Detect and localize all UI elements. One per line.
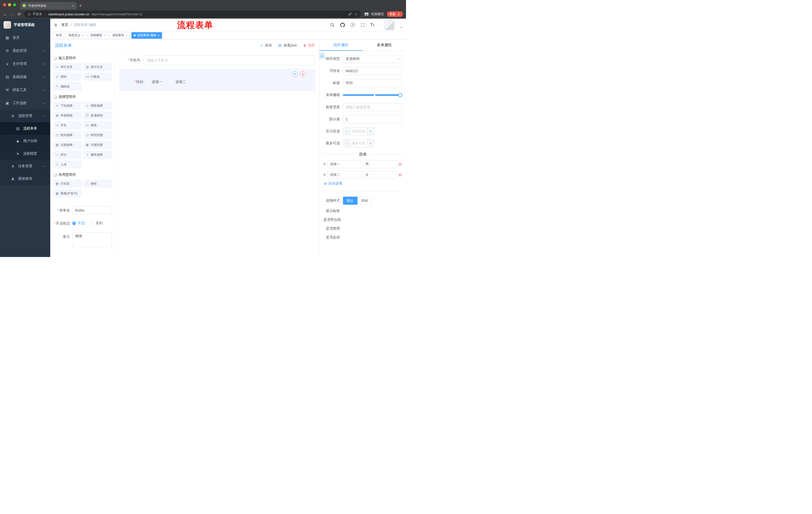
window-close-button[interactable]: [3, 3, 6, 6]
copy-component-button[interactable]: ⧉: [292, 72, 298, 77]
delete-component-button[interactable]: [300, 72, 306, 77]
window-zoom-button[interactable]: [13, 3, 16, 6]
clear-button[interactable]: 清空: [303, 43, 315, 48]
tag-home[interactable]: 首页: [53, 32, 64, 39]
hamburger-icon[interactable]: ≡: [54, 22, 57, 28]
sidebar-item-process-mgmt[interactable]: ≣ 流程管理: [0, 110, 50, 122]
style-button-button[interactable]: 按钮: [357, 197, 372, 205]
slider-track[interactable]: [343, 94, 401, 96]
forward-button[interactable]: →: [10, 12, 14, 16]
palette-item-single-text[interactable]: ▭单行文本: [53, 63, 82, 71]
status-radio-on[interactable]: 开启: [72, 221, 85, 225]
palette-item-select[interactable]: ▾下拉选择: [53, 102, 82, 110]
reload-button[interactable]: ⟳: [18, 12, 21, 16]
sidebar-item-infra[interactable]: ▤ 基础设施: [0, 71, 50, 83]
sidebar-item-process-form[interactable]: ▤ 流程表单: [0, 122, 50, 135]
tag-close-icon[interactable]: ×: [104, 34, 106, 37]
help-icon[interactable]: ?: [350, 23, 355, 27]
form-name-input[interactable]: [72, 206, 112, 214]
palette-item-button[interactable]: ☝按钮: [83, 180, 112, 188]
remove-option-icon[interactable]: ⊖: [399, 162, 402, 166]
palette-item-switch[interactable]: ⊶开关: [53, 121, 82, 129]
phone-input[interactable]: [143, 55, 315, 65]
option-2-value-input[interactable]: [363, 171, 397, 179]
breadcrumb-home[interactable]: 首页: [61, 23, 68, 27]
tag-process-model[interactable]: 流程模型 ×: [88, 32, 108, 39]
user-avatar[interactable]: [384, 20, 395, 30]
label-width-input[interactable]: [343, 103, 402, 111]
tab-close-icon[interactable]: ×: [72, 4, 74, 8]
palette-item-radio-group[interactable]: ◉单选框组: [53, 111, 82, 119]
tag-process-form-edit[interactable]: 流程表单-编辑 ×: [132, 32, 162, 39]
sidebar-item-process-model[interactable]: ➤ 流程模型: [0, 147, 50, 160]
status-radio-off[interactable]: 关闭: [90, 221, 103, 225]
component-type-select[interactable]: 多选框组 ▾: [343, 55, 402, 63]
field-name-input[interactable]: [343, 67, 402, 75]
back-button[interactable]: ←: [3, 12, 7, 16]
palette-item-counter[interactable]: 123计数器: [83, 73, 112, 81]
palette-item-upload[interactable]: ↥上传: [53, 160, 82, 168]
checkbox-icon[interactable]: [170, 80, 173, 84]
sidebar-item-leave-query[interactable]: ♟ 请假查询: [0, 172, 50, 185]
palette-item-password[interactable]: ⊙密码: [53, 73, 82, 81]
palette-item-slider[interactable]: ⊷滑块: [83, 121, 112, 129]
checkbox-icon[interactable]: [146, 80, 150, 84]
default-value-input[interactable]: [343, 115, 402, 123]
drag-handle-icon[interactable]: ≡: [323, 172, 326, 177]
palette-item-rate[interactable]: ☆评分: [53, 151, 82, 159]
github-icon[interactable]: [340, 23, 345, 27]
selected-component-gender[interactable]: ⧉ *性别 选项一 选项二: [119, 69, 315, 91]
palette-item-multi-text[interactable]: ▤多行文本: [83, 63, 112, 71]
min-select-input[interactable]: [350, 128, 367, 135]
palette-item-table[interactable]: ▦表格[开发中]: [53, 189, 82, 197]
tag-process-definition[interactable]: 流程定义 ×: [66, 32, 86, 39]
option-1-label-input[interactable]: [327, 160, 361, 168]
option-1-value-input[interactable]: [363, 160, 397, 168]
remove-option-icon[interactable]: ⊖: [399, 173, 402, 177]
window-minimize-button[interactable]: [8, 3, 11, 6]
view-json-button[interactable]: 查看json: [278, 43, 297, 48]
palette-item-time-range[interactable]: ◶时间范围: [83, 131, 112, 139]
sidebar-item-task-mgmt[interactable]: ⋔ 任务管理: [0, 160, 50, 172]
palette-item-editor[interactable]: ✎编辑器: [53, 82, 82, 90]
browser-tab[interactable]: 芋道管理系统 ×: [20, 2, 77, 9]
sidebar-item-devtools[interactable]: ⚒ 研发工具: [0, 83, 50, 97]
search-icon[interactable]: [330, 23, 335, 27]
increase-button[interactable]: +: [367, 128, 374, 135]
browser-menu-icon[interactable]: ⋮: [397, 12, 401, 16]
form-remark-textarea[interactable]: 嘿嘿: [72, 232, 112, 247]
sidebar-item-home[interactable]: ▦ 首页: [0, 31, 50, 44]
add-option-button[interactable]: ⊕ 添加选项: [324, 181, 402, 186]
drag-handle-icon[interactable]: ≡: [323, 162, 326, 166]
decrease-button[interactable]: −: [343, 140, 350, 147]
sidebar-item-payment[interactable]: ¥ 支付管理: [0, 57, 50, 71]
max-select-input[interactable]: [350, 140, 367, 147]
sidebar-item-system[interactable]: ⚙ 系统管理: [0, 44, 50, 57]
palette-item-color-picker[interactable]: ◑颜色选择: [83, 151, 112, 159]
slider-handle[interactable]: [398, 93, 402, 97]
tag-close-icon[interactable]: ×: [158, 34, 160, 37]
palette-item-cascader[interactable]: ⋎级联选择: [83, 102, 112, 110]
increase-button[interactable]: +: [367, 140, 374, 147]
link-icon[interactable]: ∞: [319, 53, 325, 59]
gender-option-1[interactable]: 选项一: [146, 80, 162, 84]
tab-form-props[interactable]: 表单属性: [363, 40, 406, 51]
fullscreen-icon[interactable]: [360, 23, 365, 27]
palette-item-checkbox-group[interactable]: ☑多选框组: [83, 111, 112, 119]
tab-component-props[interactable]: 组件属性: [319, 40, 363, 51]
grid-slider[interactable]: [343, 91, 402, 99]
font-size-icon[interactable]: TT: [370, 23, 375, 27]
tag-process-form[interactable]: 流程表单 ×: [110, 32, 130, 39]
address-bar[interactable]: ⚠ 不安全 dashboard.yudao.iocoder.cn/bpm/man…: [24, 10, 361, 18]
palette-item-row-container[interactable]: ▣行容器: [53, 180, 82, 188]
decrease-button[interactable]: −: [343, 128, 350, 135]
new-tab-button[interactable]: +: [79, 3, 82, 8]
sidebar-item-workflow[interactable]: ▣ 工作流程: [0, 97, 50, 110]
save-button[interactable]: ✓ 保存: [260, 43, 272, 48]
option-2-label-input[interactable]: [327, 171, 361, 179]
palette-item-time-picker[interactable]: ◷时间选择: [53, 131, 82, 139]
gender-option-2[interactable]: 选项二: [170, 80, 186, 84]
sidebar-item-user-groups[interactable]: ☻ 用户分组: [0, 135, 50, 147]
password-key-icon[interactable]: [348, 12, 352, 16]
tag-close-icon[interactable]: ×: [126, 34, 127, 37]
